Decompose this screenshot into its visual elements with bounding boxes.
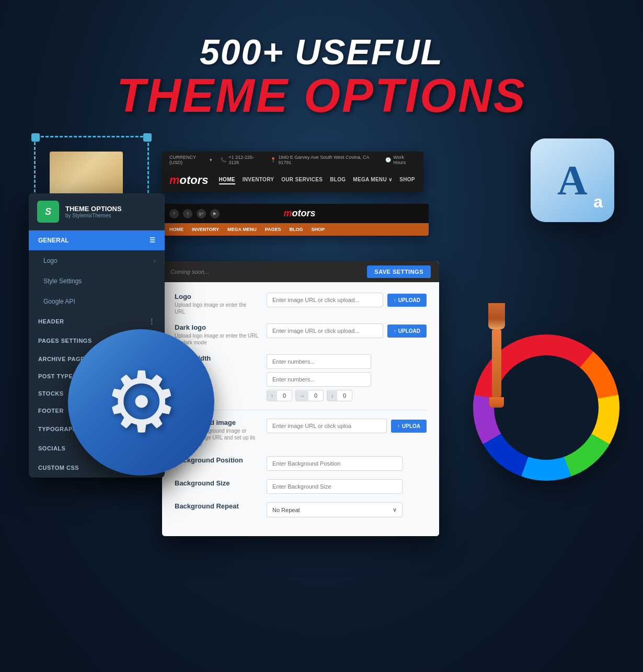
- motors-logo-2: motors: [283, 208, 315, 219]
- logo-field-label: Logo: [175, 293, 258, 300]
- paintbrush-head: [488, 303, 505, 329]
- motors-menu: HOME INVENTORY OUR SERVICES BLOG MEGA ME…: [219, 177, 415, 184]
- bg-image-input-col: ↑ UPLOA: [267, 419, 427, 433]
- gear-decoration: ⚙: [68, 329, 225, 486]
- social-gplus[interactable]: g+: [197, 209, 206, 218]
- font-letter-small: a: [593, 192, 603, 212]
- orange-menu-inventory[interactable]: INVENTORY: [192, 227, 219, 232]
- gear-icon: ⚙: [104, 361, 179, 444]
- nav-logo-label: Logo: [43, 257, 58, 264]
- dark-logo-url-input[interactable]: [267, 323, 383, 338]
- theme-panel-title-group: THEME OPTIONS by StylemixThemes: [65, 205, 122, 219]
- bg-upload-label: UPLOA: [402, 423, 420, 429]
- nav-logo[interactable]: Logo ›: [29, 251, 165, 271]
- bg-repeat-dropdown[interactable]: No Repeat ∨: [267, 502, 403, 517]
- dots-icon: ⋮: [148, 317, 156, 326]
- right-arrow-button[interactable]: →: [296, 391, 308, 401]
- upload-icon: ↑: [394, 297, 396, 303]
- num-value-1: 0: [277, 390, 292, 401]
- paintbrush-bristles: [489, 397, 504, 408]
- up-arrow-button[interactable]: ↑: [267, 391, 277, 401]
- nav-general[interactable]: GENERAL ☰: [29, 230, 165, 251]
- hours-label: 🕐 Work Hours: [385, 155, 416, 165]
- num-input-down: ↓ 0: [327, 390, 352, 401]
- theme-panel-subtitle: by StylemixThemes: [65, 213, 122, 218]
- phone-label: 📞 +1 212-226-3126: [221, 155, 262, 165]
- dark-upload-label: UPLOAD: [398, 328, 420, 334]
- motors-navbar-2: f t g+ ▶ motors HOME INVENTORY MEGA MENU…: [162, 204, 429, 236]
- bg-repeat-field-label: Background Repeat: [175, 502, 258, 510]
- hero-title: 500+ USEFUL THEME OPTIONS: [0, 31, 643, 119]
- nav-style-settings[interactable]: Style Settings: [29, 271, 165, 292]
- social-youtube[interactable]: ▶: [210, 209, 220, 218]
- nav-header-label: HEADER: [38, 318, 64, 325]
- logo-width-input-col: ↑ 0 → 0 ↓ 0: [267, 354, 427, 401]
- hero-line1: 500+ USEFUL: [0, 31, 643, 72]
- bg-repeat-label-col: Background Repeat: [175, 502, 258, 511]
- down-arrow-button[interactable]: ↓: [327, 391, 337, 401]
- nav-style-settings-label: Style Settings: [43, 277, 82, 285]
- number-inputs-group: ↑ 0 → 0 ↓ 0: [267, 390, 352, 401]
- motors-orangebar: HOME INVENTORY MEGA MENU PAGES BLOG SHOP: [162, 223, 429, 236]
- orange-menu-blog[interactable]: BLOG: [290, 227, 303, 232]
- orange-menu-home[interactable]: HOME: [169, 227, 183, 232]
- currency-label: CURRENCY (USD) ▾: [169, 155, 212, 165]
- font-icon-box: A a: [531, 138, 614, 222]
- bg-repeat-value: No Repeat: [272, 507, 300, 513]
- social-twitter[interactable]: t: [183, 209, 192, 218]
- corner-handle-tl: [31, 133, 40, 142]
- menu-inventory[interactable]: INVENTORY: [243, 177, 274, 184]
- num-value-3: 0: [337, 390, 352, 401]
- gear-circle: ⚙: [68, 329, 214, 476]
- font-letter-a: A: [557, 157, 588, 204]
- menu-services[interactable]: OUR SERVICES: [281, 177, 323, 184]
- bg-image-url-input[interactable]: [267, 419, 387, 433]
- menu-mega[interactable]: MEGA MENU ∨: [353, 177, 392, 184]
- nav-google-api[interactable]: Google API: [29, 292, 165, 312]
- orange-menu-mega[interactable]: MEGA MENU: [227, 227, 257, 232]
- chevron-right-icon: ›: [154, 258, 155, 264]
- logo-upload-button[interactable]: ↑ UPLOAD: [387, 294, 427, 307]
- bg-position-input-col: [267, 456, 427, 471]
- coming-soon-text: Coming soon...: [170, 269, 209, 275]
- dropdown-chevron-icon: ∨: [393, 506, 397, 513]
- paintbrush-handle: [492, 329, 501, 397]
- menu-shop[interactable]: SHOP: [399, 177, 415, 184]
- logo-field-desc: Upload logo image or enter the URL: [175, 302, 258, 315]
- corner-handle-tr: [143, 133, 152, 142]
- address-label: 📍 1840 E Garvey Ave South West Covina, C…: [270, 155, 377, 165]
- logo-width-input-1[interactable]: [267, 354, 371, 369]
- orange-menu-shop[interactable]: SHOP: [312, 227, 325, 232]
- save-settings-button[interactable]: SAVE SETTINGS: [367, 265, 431, 278]
- num-input-right: → 0: [295, 390, 324, 401]
- bg-image-upload-button[interactable]: ↑ UPLOA: [391, 420, 427, 433]
- motors-topbar: CURRENCY (USD) ▾ 📞 +1 212-226-3126 📍 184…: [162, 152, 423, 168]
- nav-socials-label: SOCIALS: [38, 445, 65, 451]
- nav-stocks-label: STOCKS: [38, 390, 64, 397]
- orange-menu-pages[interactable]: PAGES: [265, 227, 281, 232]
- bg-upload-icon: ↑: [397, 423, 400, 429]
- nav-footer-label: FOOTER: [38, 408, 64, 414]
- bg-repeat-row: Background Repeat No Repeat ∨: [175, 502, 427, 517]
- theme-logo-box: S: [37, 201, 59, 223]
- typography-icon-decoration: A a: [531, 138, 614, 222]
- bg-position-input[interactable]: [267, 456, 403, 471]
- theme-panel-title: THEME OPTIONS: [65, 205, 122, 213]
- logo-url-input[interactable]: [267, 293, 383, 307]
- menu-blog[interactable]: BLOG: [330, 177, 346, 184]
- dark-logo-input-col: ↑ UPLOAD: [267, 323, 427, 338]
- dark-logo-upload-button[interactable]: ↑ UPLOAD: [387, 325, 427, 338]
- nav-general-label: GENERAL: [38, 237, 69, 244]
- menu-home[interactable]: HOME: [219, 177, 235, 184]
- nav-google-api-label: Google API: [43, 298, 75, 305]
- num-value-2: 0: [308, 390, 323, 401]
- upload-label: UPLOAD: [398, 297, 420, 303]
- hero-line2: THEME OPTIONS: [0, 72, 643, 119]
- bg-size-input[interactable]: [267, 479, 403, 494]
- logo-width-input-2[interactable]: [267, 372, 371, 387]
- num-input-up: ↑ 0: [267, 390, 292, 401]
- sliders-icon: ☰: [150, 237, 155, 244]
- nav-header[interactable]: HEADER ⋮: [29, 312, 165, 331]
- paintbrush-decoration: [465, 303, 528, 408]
- social-facebook[interactable]: f: [169, 209, 179, 218]
